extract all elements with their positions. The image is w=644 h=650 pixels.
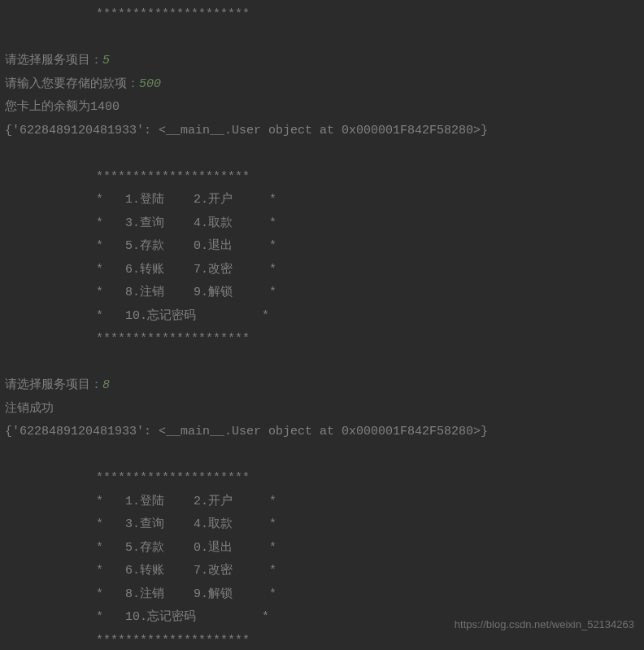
logout-success: 注销成功 [5, 398, 639, 421]
input-deposit: 500 [139, 77, 161, 91]
menu1-row2: * 3.查询 4.取款 * [5, 212, 639, 236]
menu2-row4: * 6.转账 7.改密 * [5, 560, 639, 583]
balance-line: 您卡上的余额为1400 [5, 96, 639, 120]
menu1-row4: * 6.转账 7.改密 * [5, 259, 639, 282]
blank-line [5, 444, 639, 468]
prompt-select-2: 请选择服务项目：8 [5, 374, 639, 398]
menu2-row3: * 5.存款 0.退出 * [5, 537, 639, 561]
prompt-select-label: 请选择服务项目： [5, 54, 102, 68]
menu1-border-top: ********************* [5, 166, 639, 190]
prompt-select-label-2: 请选择服务项目： [5, 378, 102, 392]
menu1-row1: * 1.登陆 2.开户 * [5, 189, 639, 212]
blank-line [5, 27, 639, 50]
input-select-2: 8 [102, 378, 110, 392]
menu1-border-bottom: ********************* [5, 328, 639, 351]
menu1-row3: * 5.存款 0.退出 * [5, 235, 639, 259]
menu2-row1: * 1.登陆 2.开户 * [5, 491, 639, 514]
prompt-deposit-label: 请输入您要存储的款项： [5, 77, 139, 91]
menu2-border-top: ********************* [5, 467, 639, 491]
prompt-deposit: 请输入您要存储的款项：500 [5, 73, 639, 97]
prompt-select-1: 请选择服务项目：5 [5, 50, 639, 73]
dict-line-1: {'6228489120481933': <__main__.User obje… [5, 120, 639, 143]
menu1-row5: * 8.注销 9.解锁 * [5, 281, 639, 305]
input-select-1: 5 [102, 54, 110, 68]
menu-border-top-0: ********************* [5, 3, 639, 27]
menu1-row6: * 10.忘记密码 * [5, 305, 639, 329]
menu2-row2: * 3.查询 4.取款 * [5, 513, 639, 537]
menu2-row5: * 8.注销 9.解锁 * [5, 583, 639, 607]
dict-line-2: {'6228489120481933': <__main__.User obje… [5, 421, 639, 444]
blank-line [5, 142, 639, 166]
watermark: https://blog.csdn.net/weixin_52134263 [455, 615, 634, 635]
blank-line [5, 351, 639, 375]
